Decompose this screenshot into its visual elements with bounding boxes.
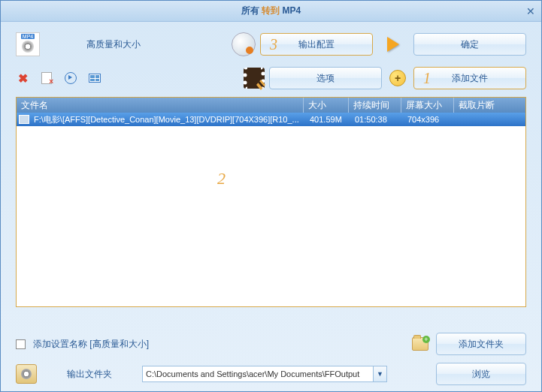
file-type-icon: [19, 115, 29, 124]
output-config-icon: [232, 32, 256, 56]
quality-label: 高质量和大小: [86, 38, 141, 51]
add-circle-icon: +: [389, 70, 406, 86]
arrow-right-icon: [382, 34, 404, 55]
header-duration[interactable]: 持续时间: [349, 98, 401, 113]
cell-duration: 01:50:38: [350, 115, 403, 124]
header-dimensions[interactable]: 屏幕大小: [401, 98, 454, 113]
step-number-3: 3: [270, 36, 277, 53]
add-settings-label: 添加设置名称 [高质量和大小]: [33, 338, 149, 351]
remove-item-icon[interactable]: [40, 71, 53, 85]
output-path-input[interactable]: C:\Documents and Settings\acer\My Docume…: [142, 366, 374, 382]
header-crop[interactable]: 截取片断: [454, 98, 525, 113]
add-folder-button[interactable]: 添加文件夹: [436, 333, 526, 355]
output-config-button[interactable]: 3 输出配置: [260, 33, 373, 56]
add-file-button[interactable]: 1 添加文件: [413, 67, 526, 89]
options-button[interactable]: 选项: [269, 67, 382, 89]
step-number-2: 2: [217, 169, 226, 188]
header-filename[interactable]: 文件名: [17, 98, 304, 113]
film-edit-icon: [244, 68, 265, 89]
path-dropdown-icon[interactable]: ▼: [374, 366, 387, 382]
delete-icon[interactable]: ✖: [16, 71, 29, 85]
folder-add-icon[interactable]: [412, 337, 428, 351]
output-folder-icon: [16, 364, 37, 384]
cell-dimensions: 704x396: [403, 115, 456, 124]
header-size[interactable]: 大小: [304, 98, 349, 113]
file-table: 文件名 大小 持续时间 屏幕大小 截取片断 F:\电影\[AFFS][Detec…: [16, 97, 526, 307]
browse-button[interactable]: 浏览: [436, 363, 526, 385]
close-icon[interactable]: ✕: [526, 5, 535, 17]
window-title: 所有 转到 MP4: [241, 5, 301, 17]
table-row[interactable]: F:\电影\[AFFS][Detective_Conan][Movie_13][…: [17, 113, 525, 126]
cell-size: 401.59M: [305, 115, 350, 124]
view-grid-icon[interactable]: [88, 71, 101, 85]
output-folder-label: 输出文件夹: [67, 368, 112, 381]
ok-button[interactable]: 确定: [413, 33, 526, 56]
step-number-1: 1: [423, 70, 431, 87]
table-header: 文件名 大小 持续时间 屏幕大小 截取片断: [17, 98, 525, 113]
titlebar: 所有 转到 MP4 ✕: [1, 1, 541, 22]
app-icon: MP4: [16, 32, 40, 56]
play-icon[interactable]: [64, 71, 77, 85]
add-settings-checkbox[interactable]: [16, 339, 26, 349]
cell-filename: F:\电影\[AFFS][Detective_Conan][Movie_13][…: [29, 114, 305, 125]
